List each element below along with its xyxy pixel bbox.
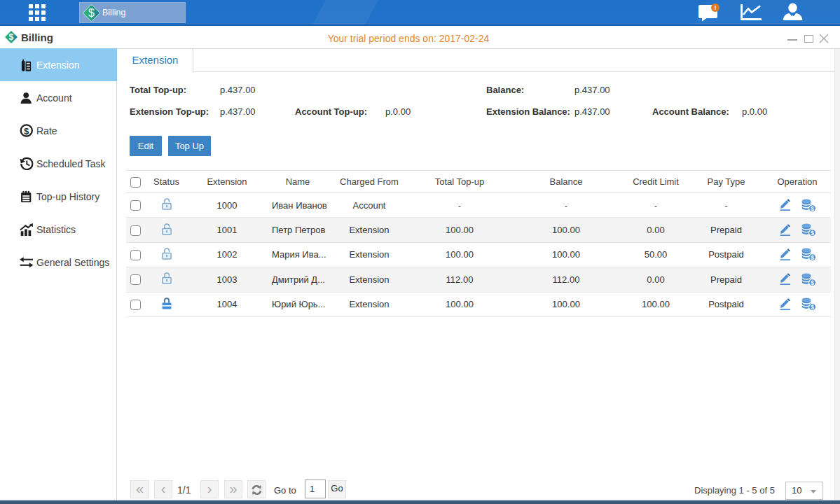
svg-text:$: $: [9, 32, 14, 42]
svg-text:$: $: [88, 7, 95, 19]
svg-text:!: !: [715, 4, 717, 11]
svg-text:$: $: [24, 127, 29, 136]
